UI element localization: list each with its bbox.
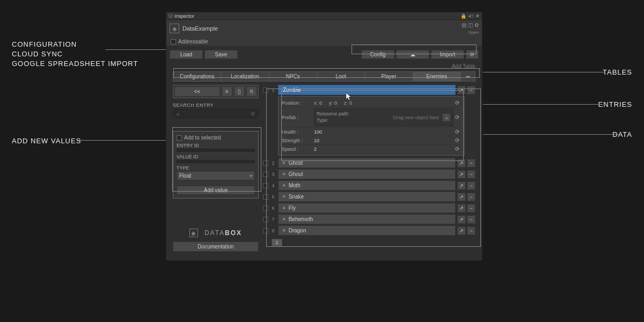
speed-label: Speed : [282,147,314,152]
entry-checkbox[interactable] [263,217,268,222]
entry-header[interactable]: ≡Ghoul [278,169,456,179]
entry-link-icon[interactable]: ↗ [457,204,466,213]
prefab-dropzone[interactable]: Resource path: Type: Drag new object her… [314,108,453,126]
entry-header-zombie[interactable]: Zombie [278,85,456,95]
entry-header[interactable]: ≡Dragon [278,225,456,236]
cloud-button[interactable]: ☁ [396,50,429,59]
entry-row-3: 3≡Ghoul↗− [263,169,475,179]
clear-icon[interactable]: ⊘ [251,111,255,116]
close-icon[interactable]: ✕ [475,13,480,19]
entry-link-icon[interactable]: ↗ [457,181,466,190]
tab-overflow[interactable]: ▪▪ [461,72,475,81]
tab-player[interactable]: Player [365,72,413,81]
entry-remove-icon[interactable]: − [467,204,475,213]
entry-remove-icon[interactable]: − [467,193,475,201]
page-indicator[interactable]: 1 [272,239,282,246]
doc-icon[interactable]: ▯ [234,86,245,97]
add-selected-checkbox[interactable] [177,135,182,141]
tab-enemies[interactable]: Enemies [413,72,461,81]
entry-checkbox[interactable] [263,194,268,200]
anno-line [483,72,605,72]
tab-npcs[interactable]: NPCs [269,72,317,81]
entry-header[interactable]: ≡Snake [278,192,456,202]
health-value[interactable]: 100 [314,129,453,135]
entry-header[interactable]: ≡Ghost [278,158,456,168]
addressable-label: Addressable [178,39,208,45]
entry-link-icon[interactable]: ↗ [457,159,466,167]
entry-number: 2 [270,160,276,166]
reload-icon[interactable]: ⟳ [453,129,461,135]
annotation-entries: ENTRIES [598,100,632,109]
tab-loot[interactable]: Loot [317,72,365,81]
entry-checkbox[interactable] [263,228,268,233]
type-select[interactable]: Float [177,171,255,180]
entry-link-icon[interactable]: ↗ [457,226,466,235]
nav-row: << ≡ ▯ ⎘ [173,85,259,98]
entry-number: 1 [270,87,276,93]
speed-value[interactable]: 2 [314,147,453,152]
entry-number: 8 [270,228,276,233]
import-button[interactable]: Import [431,50,464,59]
search-input[interactable]: ⌕ ⊘ [173,109,259,118]
position-value[interactable]: x:0 y:0 z:0 [314,100,453,106]
refresh-button[interactable]: ⟳ [466,50,479,59]
burger-icon[interactable]: ▪□ [469,13,473,19]
reload-icon[interactable]: ⟳ [453,146,461,152]
entry-header[interactable]: ≡Behemoth [278,214,456,224]
entry-remove-icon[interactable]: − [467,170,475,179]
main-toolbar: Load Save Config ☁ Import ⟳ [170,50,479,59]
list-icon[interactable]: ≡ [222,86,232,97]
grid-icon[interactable]: ◫ [468,22,473,28]
back-button[interactable]: << [174,86,220,97]
search-prefab-icon[interactable]: ⌕ [442,113,451,122]
addressable-checkbox[interactable] [171,39,176,45]
tab-configurations[interactable]: Configurations [173,72,221,81]
entry-link-icon[interactable]: ↗ [457,86,466,94]
annotation-config: CONFIGURATIONCLOUD SYNCGOOGLE SPREADSHEE… [12,40,138,69]
entry-id-input[interactable] [177,149,255,152]
tab-localization[interactable]: Localization [221,72,269,81]
entry-checkbox[interactable] [263,206,268,211]
entry-row-6: 6≡Fly↗− [263,203,475,213]
entry-link-icon[interactable]: ↗ [457,170,466,179]
entry-checkbox[interactable] [263,183,268,188]
window-title: Inspector [174,13,194,19]
reload-icon[interactable]: ⟳ [453,114,461,120]
entry-number: 3 [270,172,276,177]
entry-remove-icon[interactable]: − [467,226,475,235]
reload-icon[interactable]: ⟳ [453,100,461,106]
brand-text: DATABOX [204,229,242,237]
entry-remove-icon[interactable]: − [467,215,475,224]
entry-checkbox[interactable] [263,172,268,177]
load-button[interactable]: Load [170,50,203,59]
gear-icon[interactable]: ✿ [474,22,479,28]
entry-checkbox[interactable] [263,160,268,166]
config-button[interactable]: Config [361,50,394,59]
strength-value[interactable]: 10 [314,138,453,143]
entry-link-icon[interactable]: ↗ [457,215,466,224]
add-value-button[interactable]: Add value [177,186,255,195]
entry-link-icon[interactable]: ↗ [457,193,466,201]
entry-header[interactable]: ≡Fly [278,203,456,213]
layers-icon[interactable]: ▤ [462,22,466,28]
lock-icon[interactable]: 🔒 [460,13,466,19]
anno-line [483,104,601,105]
entry-remove-icon[interactable]: − [467,181,475,190]
annotation-tables: TABLES [603,68,632,77]
copy-icon[interactable]: ⎘ [246,86,257,97]
save-button[interactable]: Save [204,50,238,59]
entry-checkbox[interactable] [263,87,268,93]
value-id-input[interactable] [177,160,255,163]
documentation-button[interactable]: Documentation [173,241,259,252]
open-button[interactable]: Open [468,30,479,35]
strength-label: Strength : [282,138,314,143]
entry-remove-icon[interactable]: − [467,159,475,167]
type-label: TYPE [177,165,255,171]
brand: ◉ DATABOX [173,224,259,241]
entry-header[interactable]: ≡Moth [278,180,456,191]
add-table-link[interactable]: Add Table [452,63,475,69]
asset-header: ◉ DataExample ▤ ◫ ✿ Open [166,20,482,37]
reload-icon[interactable]: ⟳ [453,137,461,143]
entry-remove-icon[interactable]: − [467,86,475,94]
add-selected-label: Add to selected [184,135,221,141]
